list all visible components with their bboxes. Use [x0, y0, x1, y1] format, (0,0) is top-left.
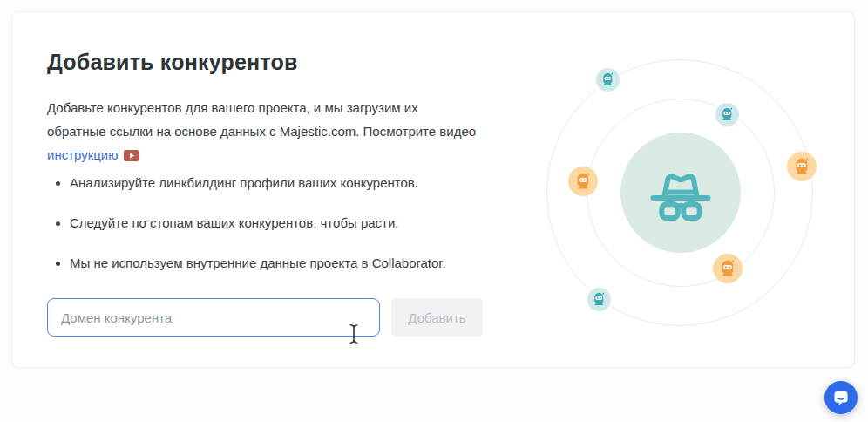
incognito-circle — [620, 133, 741, 253]
robot-avatar-icon — [596, 68, 620, 92]
incognito-spy-icon — [640, 152, 722, 234]
description-line-3: инструкцию — [47, 143, 509, 168]
youtube-icon[interactable] — [124, 145, 139, 168]
robot-avatar-icon — [715, 103, 739, 126]
robot-avatar-icon — [787, 152, 817, 181]
competitor-domain-input[interactable] — [47, 298, 380, 337]
robot-avatar-icon — [568, 167, 598, 196]
video-instruction-link[interactable]: инструкцию — [47, 147, 119, 162]
chat-launcher-button[interactable] — [824, 381, 858, 414]
bullet-item: Мы не используем внутренние данные проек… — [70, 253, 518, 274]
add-competitor-button[interactable]: Добавить — [391, 298, 483, 337]
description-line-1: Добавьте конкурентов для вашего проекта,… — [47, 96, 509, 119]
page-title: Добавить конкурентов — [47, 49, 298, 75]
bullet-item: Следуйте по стопам ваших конкурентов, чт… — [70, 213, 518, 234]
chat-bubble-icon — [831, 388, 851, 407]
add-competitors-card: Добавить конкурентов Добавьте конкуренто… — [11, 11, 855, 368]
description-line-2: обратные ссылки на основе данных с Majes… — [47, 119, 509, 143]
page: { "card": { "title": "Добавить конкурент… — [0, 0, 868, 422]
description: Добавьте конкурентов для вашего проекта,… — [47, 96, 509, 168]
robot-avatar-icon — [713, 254, 743, 283]
bullet-item: Анализируйте линкбилдинг профили ваших к… — [70, 173, 518, 194]
robot-avatar-icon — [587, 288, 611, 311]
bullet-list: Анализируйте линкбилдинг профили ваших к… — [47, 173, 518, 293]
